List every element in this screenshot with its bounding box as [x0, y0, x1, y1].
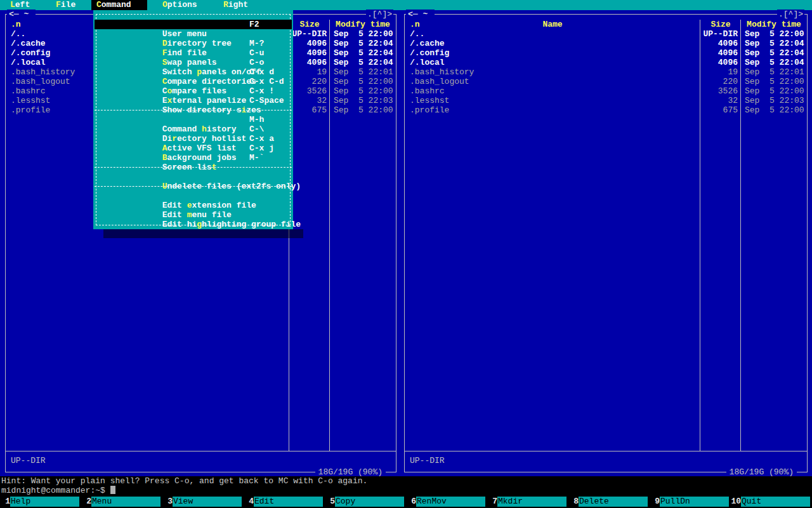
- sort-indicator[interactable]: .n: [11, 20, 21, 29]
- function-key-button[interactable]: 5 Copy: [325, 497, 406, 507]
- file-mtime: Sep 5 22:04: [330, 48, 396, 58]
- menu-item[interactable]: Screen list M-`: [95, 153, 292, 163]
- menu-item[interactable]: Directory tree: [95, 29, 292, 39]
- file-size: 4096: [289, 58, 330, 67]
- left-mini-status: UP--DIR: [11, 456, 46, 465]
- function-key-button[interactable]: 2 Menu: [81, 497, 162, 507]
- right-panel-path[interactable]: <─ ~: [406, 10, 435, 19]
- function-key-number: 10: [731, 497, 741, 507]
- menu-item[interactable]: Directory hotlist C-\: [95, 124, 292, 134]
- right-mini-status: UP--DIR: [410, 456, 445, 465]
- menu-item[interactable]: Compare files C-x C-d: [95, 77, 292, 86]
- file-row[interactable]: /.config 4096 Sep 5 22:04: [405, 48, 807, 58]
- file-row[interactable]: .bashrc 3526 Sep 5 22:00: [405, 86, 807, 96]
- menu-item[interactable]: [95, 105, 292, 115]
- menu-command-selected[interactable]: Command: [91, 0, 147, 10]
- sort-indicator[interactable]: .n: [410, 20, 420, 29]
- column-header-size[interactable]: Size: [289, 20, 330, 29]
- menu-item[interactable]: Edit menu file: [95, 201, 292, 210]
- file-row[interactable]: /.. UP--DIR Sep 5 22:00: [405, 29, 807, 39]
- function-key-button[interactable]: 7 Mkdir: [487, 497, 568, 507]
- file-size: 675: [700, 105, 741, 115]
- right-panel-column-headers[interactable]: .nName Size Modify time: [405, 20, 807, 29]
- menu-right[interactable]: Right: [223, 0, 248, 10]
- column-header-mtime[interactable]: Modify time: [741, 20, 807, 29]
- file-row[interactable]: /.local 4096 Sep 5 22:04: [405, 58, 807, 67]
- function-key-bar: 1 Help 2 Menu 3 View 4 Edit: [0, 495, 812, 508]
- function-key-label: PullDn: [660, 497, 729, 507]
- menu-item[interactable]: Command history M-h: [95, 115, 292, 124]
- file-row[interactable]: .bash_logout 220 Sep 5 22:00: [405, 77, 807, 86]
- function-key-number: 2: [81, 497, 91, 507]
- file-size: 4096: [700, 39, 741, 48]
- file-size: 4096: [700, 48, 741, 58]
- menu-item[interactable]: Edit extension file: [95, 191, 292, 201]
- column-header-mtime[interactable]: Modify time: [330, 20, 396, 29]
- left-panel-corner-buttons[interactable]: .[^]>: [366, 10, 393, 19]
- left-disk-usage: 18G/19G (90%): [315, 467, 386, 477]
- command-dropdown-menu: User menu F2 Directory tree Find file M-…: [93, 10, 293, 229]
- menu-item[interactable]: Show directory sizes C-Space: [95, 96, 292, 105]
- file-name: .profile: [405, 105, 700, 115]
- menu-item[interactable]: Edit highlighting group file: [95, 210, 292, 220]
- file-row[interactable]: .bash_history 19 Sep 5 22:01: [405, 67, 807, 77]
- menu-item-shortcut: C-x j: [249, 144, 274, 153]
- text-cursor: [110, 486, 115, 494]
- function-key-label: Mkdir: [497, 497, 566, 507]
- menu-item[interactable]: [95, 163, 292, 172]
- function-key-button[interactable]: 8 Delete: [568, 497, 650, 507]
- mini-status-divider: [6, 451, 396, 451]
- function-key-number: 7: [487, 497, 497, 507]
- function-key-label: View: [173, 497, 242, 507]
- menu-item[interactable]: Active VFS list C-x a: [95, 134, 292, 144]
- function-key-number: 3: [162, 497, 173, 507]
- function-key-label: Quit: [741, 497, 810, 507]
- menu-item[interactable]: User menu F2: [95, 20, 292, 29]
- column-divider: [740, 20, 741, 451]
- function-key-number: 6: [406, 497, 416, 507]
- function-key-button[interactable]: 4 Edit: [244, 497, 325, 507]
- function-key-button[interactable]: 6 RenMov: [406, 497, 487, 507]
- function-key-label: Menu: [91, 497, 160, 507]
- file-mtime: Sep 5 22:00: [741, 105, 807, 115]
- column-header-size[interactable]: Size: [700, 20, 741, 29]
- file-size: 220: [289, 77, 330, 86]
- file-row[interactable]: .lesshst 32 Sep 5 22:03: [405, 96, 807, 105]
- function-key-number: 8: [568, 497, 579, 507]
- right-disk-usage: 18G/19G (90%): [726, 467, 797, 477]
- shell-command-line[interactable]: midnight@commander:~$: [0, 486, 812, 495]
- function-key-number: 9: [650, 497, 660, 507]
- menu-item-shortcut: C-o: [249, 58, 264, 67]
- menu-item[interactable]: Undelete files (ext2fs only): [95, 172, 292, 182]
- file-row[interactable]: .profile 675 Sep 5 22:00: [405, 105, 807, 115]
- menu-item[interactable]: Swap panels C-u: [95, 48, 292, 58]
- midnight-commander-screen: Left File Command Options Right <─ ~ .[^…: [0, 0, 812, 508]
- menu-item[interactable]: [95, 182, 292, 191]
- menu-file[interactable]: File: [56, 0, 75, 10]
- menu-item[interactable]: Compare directories C-x d: [95, 67, 292, 77]
- function-key-button[interactable]: 10 Quit: [731, 497, 812, 507]
- menu-item[interactable]: Switch panels on/off C-o: [95, 58, 292, 67]
- menu-left[interactable]: Left: [10, 0, 30, 10]
- file-mtime: Sep 5 22:01: [741, 67, 807, 77]
- menu-options[interactable]: Options: [162, 0, 197, 10]
- menu-item-shortcut: C-\: [249, 124, 264, 134]
- function-key-button[interactable]: 3 View: [162, 497, 244, 507]
- menu-border-top: [93, 10, 293, 20]
- menu-item-shortcut: M-`: [249, 153, 264, 163]
- right-panel-corner-buttons[interactable]: .[^]>: [777, 10, 804, 19]
- menu-item[interactable]: Background jobs C-x j: [95, 144, 292, 153]
- file-size: 4096: [289, 39, 330, 48]
- function-key-button[interactable]: 1 Help: [0, 497, 81, 507]
- left-panel-path[interactable]: <─ ~: [7, 10, 36, 19]
- menu-item[interactable]: External panelize C-x !: [95, 86, 292, 96]
- file-size: UP--DIR: [289, 29, 330, 39]
- column-header-name[interactable]: Name: [405, 20, 700, 29]
- menu-item[interactable]: Find file M-?: [95, 39, 292, 48]
- function-key-button[interactable]: 9 PullDn: [650, 497, 731, 507]
- right-file-list: /.. UP--DIR Sep 5 22:00 /.cache 4096 Sep…: [405, 29, 807, 115]
- file-mtime: Sep 5 22:03: [741, 96, 807, 105]
- file-size: 32: [700, 96, 741, 105]
- command-menu-items: User menu F2 Directory tree Find file M-…: [93, 20, 293, 220]
- file-row[interactable]: /.cache 4096 Sep 5 22:04: [405, 39, 807, 48]
